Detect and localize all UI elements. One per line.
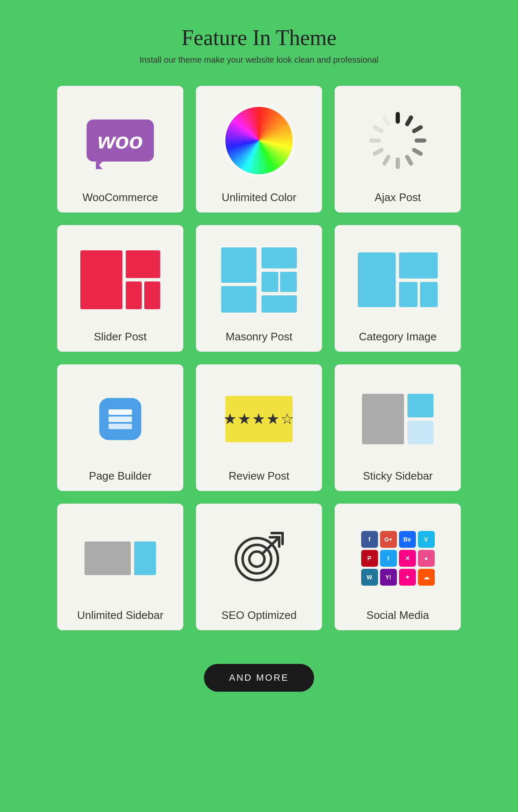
- svg-rect-22: [358, 252, 396, 307]
- svg-rect-28: [108, 424, 132, 429]
- woocommerce-icon: woo: [78, 98, 162, 183]
- card-sticky-sidebar: Sticky Sidebar: [335, 364, 461, 491]
- svg-rect-11: [382, 115, 391, 127]
- sticky-sidebar-icon: [356, 377, 440, 461]
- card-woocommerce: woo WooCommerce: [57, 86, 183, 212]
- svg-rect-20: [280, 272, 297, 292]
- review-post-icon: ★★★★☆: [217, 377, 301, 461]
- seo-optimized-icon: [217, 516, 301, 600]
- svg-rect-23: [399, 252, 438, 279]
- card-social-media: f G+ Be V P t ✕ ● W Y! ✦ ☁ Social Media: [335, 504, 461, 630]
- svg-rect-16: [221, 247, 256, 283]
- pinterest-icon: P: [361, 550, 378, 567]
- page-header: Feature In Theme Install our theme make …: [140, 25, 378, 65]
- category-image-label: Category Image: [359, 330, 437, 343]
- vimeo-icon: V: [418, 531, 435, 548]
- and-more-button[interactable]: AND MORE: [204, 664, 314, 692]
- facebook-icon: f: [361, 531, 378, 548]
- svg-point-36: [249, 552, 264, 567]
- card-ajax-post: Ajax Post: [335, 86, 461, 212]
- unlimited-sidebar-label: Unlimited Sidebar: [77, 609, 163, 622]
- svg-rect-7: [382, 154, 391, 166]
- unlimited-color-icon: [217, 98, 301, 183]
- svg-rect-17: [262, 247, 297, 268]
- twitter-icon: t: [380, 550, 397, 567]
- feature-grid: woo WooCommerce Unlimited Color: [57, 86, 461, 630]
- svg-rect-15: [144, 281, 160, 309]
- svg-rect-1: [404, 115, 414, 127]
- page-builder-icon: [78, 377, 162, 461]
- flickr2-icon: ✦: [399, 569, 416, 586]
- svg-rect-4: [411, 147, 423, 157]
- svg-rect-8: [372, 147, 384, 157]
- googleplus-icon: G+: [380, 531, 397, 548]
- svg-rect-14: [126, 281, 142, 309]
- card-page-builder: Page Builder: [57, 364, 183, 491]
- svg-rect-26: [108, 409, 132, 415]
- svg-rect-5: [404, 154, 414, 166]
- soundcloud-icon: ☁: [418, 569, 435, 586]
- unlimited-color-label: Unlimited Color: [222, 191, 296, 204]
- behance-icon: Be: [399, 531, 416, 548]
- svg-rect-30: [407, 394, 433, 417]
- color-wheel-graphic: [225, 107, 293, 174]
- svg-rect-12: [80, 250, 122, 309]
- svg-rect-27: [108, 417, 132, 422]
- card-masonry-post: Masonry Post: [196, 225, 322, 352]
- svg-rect-9: [369, 138, 381, 143]
- page-subtitle: Install our theme make your website look…: [140, 55, 378, 65]
- svg-rect-2: [411, 125, 423, 134]
- card-seo-optimized: SEO Optimized: [196, 504, 322, 630]
- sticky-sidebar-label: Sticky Sidebar: [363, 470, 433, 483]
- card-unlimited-color: Unlimited Color: [196, 86, 322, 212]
- woocommerce-label: WooCommerce: [82, 191, 158, 204]
- review-post-label: Review Post: [229, 470, 290, 483]
- unlimited-sidebar-icon: [78, 516, 162, 600]
- svg-rect-32: [85, 541, 131, 575]
- slider-post-icon: [78, 238, 162, 322]
- svg-rect-6: [396, 157, 400, 169]
- card-unlimited-sidebar: Unlimited Sidebar: [57, 504, 183, 630]
- svg-rect-31: [407, 421, 433, 444]
- svg-rect-21: [262, 295, 297, 313]
- wordpress-icon: W: [361, 569, 378, 586]
- svg-rect-33: [134, 541, 156, 575]
- stars-graphic: ★★★★☆: [223, 410, 295, 428]
- masonry-post-label: Masonry Post: [226, 330, 293, 343]
- social-media-icon: f G+ Be V P t ✕ ● W Y! ✦ ☁: [356, 516, 440, 600]
- seo-optimized-label: SEO Optimized: [221, 609, 296, 622]
- svg-rect-3: [415, 138, 426, 143]
- flickr-icon: ✕: [399, 550, 416, 567]
- card-category-image: Category Image: [335, 225, 461, 352]
- ajax-post-label: Ajax Post: [375, 191, 421, 204]
- card-review-post: ★★★★☆ Review Post: [196, 364, 322, 491]
- masonry-post-icon: [217, 238, 301, 322]
- woo-logo: woo: [87, 119, 154, 162]
- social-media-label: Social Media: [367, 609, 429, 622]
- card-slider-post: Slider Post: [57, 225, 183, 352]
- svg-rect-25: [420, 282, 438, 307]
- svg-rect-10: [372, 125, 384, 134]
- slider-post-label: Slider Post: [94, 330, 147, 343]
- dribbble-icon: ●: [418, 550, 435, 567]
- svg-rect-29: [362, 394, 404, 444]
- svg-rect-19: [262, 272, 278, 292]
- ajax-post-icon: [356, 98, 440, 183]
- svg-rect-18: [221, 286, 256, 313]
- yahoo-icon: Y!: [380, 569, 397, 586]
- page-title: Feature In Theme: [140, 25, 378, 50]
- svg-rect-13: [126, 250, 160, 278]
- svg-rect-0: [396, 112, 400, 124]
- category-image-icon: [356, 238, 440, 322]
- spinner-graphic: [368, 111, 427, 170]
- svg-rect-24: [399, 282, 418, 307]
- page-builder-label: Page Builder: [89, 470, 152, 483]
